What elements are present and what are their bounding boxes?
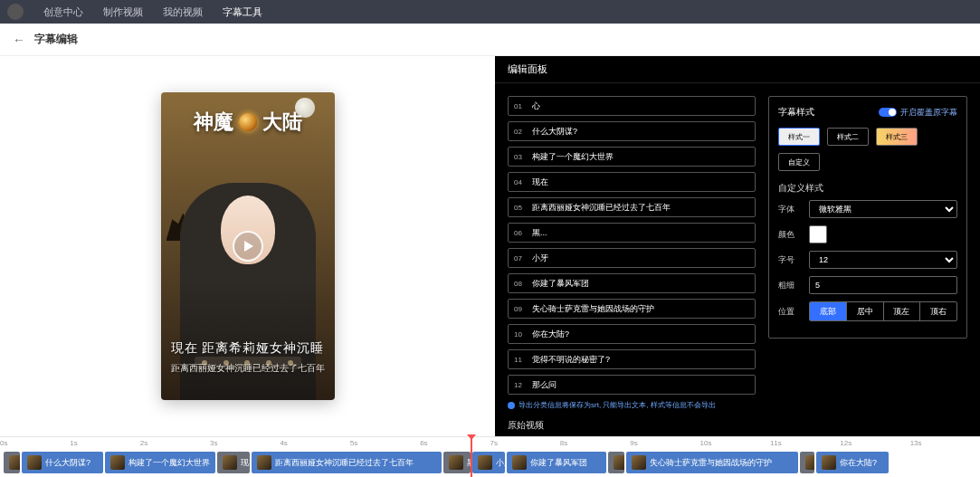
timeline[interactable]: 0s1s2s3s4s5s6s7s8s9s10s11s12s13s14s 心什么大… [0, 436, 980, 477]
custom-heading: 自定义样式 [778, 182, 957, 195]
ruler-tick: 2s [140, 439, 147, 447]
subtitle-row[interactable]: 05距离西丽娅女神沉睡已经过去了七百年 [508, 197, 756, 217]
clip-thumb [27, 455, 42, 470]
subtitle-row[interactable]: 12那么问 [508, 375, 756, 395]
timeline-clip[interactable]: 你建了暴风军团 [507, 452, 606, 473]
timeline-clip[interactable]: 构建了一个魔幻大世界 [105, 452, 215, 473]
edit-panel: 编辑面板 01心02什么大阴谋?03构建了一个魔幻大世界04现在05距离西丽娅女… [495, 56, 980, 436]
style-option[interactable]: 自定义 [778, 153, 820, 171]
subtitle-row[interactable]: 10你在大陆? [508, 324, 756, 344]
app-logo [7, 4, 24, 20]
logo-text-right: 大陆 [262, 109, 302, 136]
style-panel: 字幕样式 开启覆盖原字幕 样式一样式二样式三自定义 自定义样式 字体 微软雅黑 … [768, 96, 967, 339]
subtitle-text: 现在 [532, 176, 548, 188]
video-preview[interactable]: 神魔 大陆 現在 距离希莉娅女神沉睡 距离西丽娅女神沉睡已经过去了七百年 [161, 92, 335, 400]
panel-title: 编辑面板 [495, 56, 980, 83]
subtitle-text: 失心骑士萨克雷与她因战场的守护 [532, 303, 654, 315]
subtitle-row[interactable]: 09失心骑士萨克雷与她因战场的守护 [508, 299, 756, 319]
position-option[interactable]: 顶右 [920, 302, 956, 320]
override-toggle[interactable]: 开启覆盖原字幕 [879, 107, 957, 119]
subtitle-text: 觉得不明说的秘密了? [532, 354, 610, 366]
subtitle-row[interactable]: 08你建了暴风军团 [508, 273, 756, 293]
subtitle-index: 10 [514, 330, 527, 339]
clip-label: 距离西丽娅女神沉睡已经过去了七百年 [275, 457, 414, 469]
timeline-clip[interactable] [800, 452, 814, 473]
position-option[interactable]: 底部 [810, 302, 847, 320]
clip-thumb [512, 455, 527, 470]
clip-track[interactable]: 心什么大阴谋?构建了一个魔幻大世界现在距离西丽娅女神沉睡已经过去了七百年黑...… [0, 452, 980, 473]
size-label: 字号 [778, 254, 802, 266]
clip-thumb [614, 455, 624, 470]
style-option[interactable]: 样式三 [876, 128, 918, 146]
clip-label: 构建了一个魔幻大世界 [128, 457, 210, 469]
color-swatch[interactable] [809, 225, 827, 243]
font-select[interactable]: 微软雅黑 [809, 200, 957, 218]
clip-thumb [449, 455, 463, 470]
clip-label: 失心骑士萨克雷与她因战场的守护 [650, 457, 772, 469]
ruler-tick: 10s [700, 439, 712, 447]
timeline-clip[interactable]: 心 [4, 452, 20, 473]
weight-input[interactable] [809, 276, 957, 294]
position-segmented[interactable]: 底部居中顶左顶右 [809, 301, 957, 321]
ruler-tick: 13s [910, 439, 922, 447]
subtitle-row[interactable]: 02什么大阴谋? [508, 121, 756, 141]
position-option[interactable]: 居中 [847, 302, 884, 320]
position-label: 位置 [778, 306, 802, 318]
clip-label: 你建了暴风军团 [530, 457, 587, 469]
export-tip: 导出分类信息将保存为srt, 只能导出文本, 样式等信息不会导出 [508, 400, 756, 410]
play-button[interactable] [233, 231, 263, 262]
ruler-tick: 12s [840, 439, 852, 447]
nav-tab[interactable]: 我的视频 [163, 5, 203, 19]
ruler-tick: 5s [350, 439, 357, 447]
subtitle-index: 06 [514, 229, 527, 237]
ruler-tick: 9s [630, 439, 637, 447]
style-option[interactable]: 样式二 [827, 128, 869, 146]
style-option[interactable]: 样式一 [778, 128, 820, 146]
toggle-switch-icon [879, 108, 897, 117]
subtitle-index: 09 [514, 305, 527, 313]
subtitle-text: 黑... [532, 227, 547, 239]
position-option[interactable]: 顶左 [884, 302, 921, 320]
ruler-tick: 8s [560, 439, 567, 447]
toggle-label: 开启覆盖原字幕 [900, 107, 957, 119]
clip-thumb [223, 455, 237, 470]
playhead[interactable] [471, 437, 472, 477]
ruler-tick: 1s [70, 439, 77, 447]
subtitle-index: 12 [514, 381, 527, 389]
subtitle-row[interactable]: 11觉得不明说的秘密了? [508, 349, 756, 369]
style-heading: 字幕样式 [778, 106, 814, 119]
back-button[interactable]: ← [13, 33, 25, 47]
nav-tab[interactable]: 创意中心 [43, 5, 83, 19]
timeline-clip[interactable]: 你在大陆? [816, 452, 889, 473]
preview-pane: 神魔 大陆 現在 距离希莉娅女神沉睡 距离西丽娅女神沉睡已经过去了七百年 [0, 56, 495, 436]
timeline-clip[interactable] [608, 452, 624, 473]
logo-text-left: 神魔 [194, 109, 233, 136]
timeline-clip[interactable]: 距离西丽娅女神沉睡已经过去了七百年 [252, 452, 442, 473]
orb-icon [239, 113, 257, 131]
timeline-clip[interactable]: 什么大阴谋? [22, 452, 103, 473]
subtitle-row[interactable]: 06黑... [508, 223, 756, 243]
timeline-clip[interactable]: 现在 [217, 452, 250, 473]
caption-secondary: 距离西丽娅女神沉睡已经过去了七百年 [161, 362, 335, 375]
subtitle-index: 11 [514, 356, 527, 364]
ruler-tick: 4s [280, 439, 287, 447]
orig-section-title: 原始视频 [508, 419, 756, 432]
size-select[interactable]: 12 [809, 251, 957, 269]
timeline-clip[interactable]: 失心骑士萨克雷与她因战场的守护 [626, 452, 798, 473]
timeline-clip[interactable]: 黑... [443, 452, 471, 473]
color-label: 颜色 [778, 229, 802, 241]
subtitle-row[interactable]: 01心 [508, 96, 756, 116]
subtitle-index: 07 [514, 254, 527, 262]
ruler-tick: 0s [0, 439, 7, 447]
timeline-clip[interactable]: 小牙 [472, 452, 505, 473]
subtitle-row[interactable]: 03构建了一个魔幻大世界 [508, 147, 756, 167]
subtitle-index: 08 [514, 280, 527, 288]
subtitle-index: 01 [514, 102, 527, 110]
subtitle-index: 02 [514, 128, 527, 136]
font-label: 字体 [778, 204, 802, 215]
subtitle-row[interactable]: 07小牙 [508, 248, 756, 268]
clip-thumb [110, 455, 125, 470]
subtitle-row[interactable]: 04现在 [508, 172, 756, 192]
nav-tab[interactable]: 制作视频 [103, 5, 143, 19]
nav-tab[interactable]: 字幕工具 [223, 5, 262, 19]
